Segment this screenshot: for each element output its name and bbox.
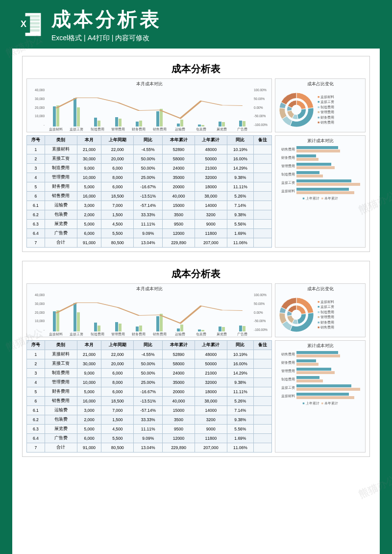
- table-header: 本年累计: [163, 341, 195, 350]
- hbar-row: 管理费用: [278, 368, 362, 375]
- table-row: 7合计91,00080,50013.04%229,890207,00011.06…: [27, 443, 272, 453]
- table-header: 同比: [134, 136, 163, 145]
- table-row: 1直接材料21,00022,000-4.55%528904800010.19%: [27, 350, 272, 359]
- table-header: 本月: [77, 341, 101, 350]
- excel-icon: X: [15, 10, 44, 39]
- table-header: 备注: [254, 136, 272, 145]
- table-row: 5财务费用5,0006,000-16.67%200001800011.11%: [27, 387, 272, 397]
- table-row: 6.3展览费5,0004,50011.11%950090005.56%: [27, 220, 272, 229]
- table-header: 序号: [27, 341, 45, 350]
- table-row: 6.2包装费2,0001,50033.33%350032009.38%: [27, 415, 272, 425]
- table-row: 6销售费用16,00018,500-13.51%40,00038,0005.26…: [27, 192, 272, 201]
- table-header: 同比: [227, 341, 253, 350]
- table-header: 序号: [27, 136, 45, 145]
- hbar-row: 管理费用: [278, 163, 362, 170]
- hbar-row: 财务费用: [278, 359, 362, 366]
- table-header: 上年同期: [101, 341, 134, 350]
- hbar-row: 直接工资: [278, 384, 362, 391]
- table-row: 4管理费用10,0008,00025.00%35000320009.38%: [27, 378, 272, 387]
- table-row: 6.3展览费5,0004,50011.11%950090005.56%: [27, 425, 272, 434]
- svg-text:X: X: [21, 19, 26, 28]
- monthly-combo-chart: 本月成本对比 40,00030,00020,00010,000- 100.00%…: [26, 78, 272, 132]
- spreadsheet-page-1: 成本分析表 本月成本对比 40,00030,00020,00010,000- 1…: [22, 56, 370, 252]
- table-row: 4管理费用10,0008,00025.00%35000320009.38%: [27, 173, 272, 182]
- cost-data-table: 序号类别本月上年同期同比本年累计上年累计同比备注1直接材料21,00022,00…: [26, 340, 272, 453]
- table-row: 1直接材料21,00022,000-4.55%528904800010.19%: [27, 145, 272, 154]
- page-subtitle: Excel格式 | A4打印 | 内容可修改: [51, 34, 162, 43]
- table-row: 6.4广告费6,0005,5009.09%12000118001.69%: [27, 229, 272, 238]
- table-row: 6销售费用16,00018,500-13.51%40,00038,0005.26…: [27, 397, 272, 406]
- hbar-row: 销售费用: [278, 351, 362, 358]
- cost-data-table: 序号类别本月上年同期同比本年累计上年累计同比备注1直接材料21,00022,00…: [26, 135, 272, 248]
- table-header: 上年累计: [195, 136, 227, 145]
- table-row: 5财务费用5,0006,000-16.67%200001800011.11%: [27, 182, 272, 192]
- sheet-title: 成本分析表: [26, 265, 366, 283]
- hbar-row: 直接材料: [278, 188, 362, 195]
- table-header: 本年累计: [163, 136, 195, 145]
- table-row: 2直接工资30,00020,00050.00%580005000016.00%: [27, 154, 272, 164]
- table-header: 同比: [227, 136, 253, 145]
- table-header: 类别: [45, 341, 77, 350]
- sheet-title: 成本分析表: [26, 60, 366, 78]
- document-pages: 成本分析表 本月成本对比 40,00030,00020,00010,000- 1…: [12, 49, 380, 554]
- cumulative-hbar-chart: 累计成本对比 销售费用财务费用管理费用制造费用直接工资直接材料 上年累计 本年累…: [275, 340, 366, 453]
- table-header: 本月: [77, 136, 101, 145]
- cumulative-hbar-chart: 累计成本对比 销售费用财务费用管理费用制造费用直接工资直接材料 上年累计 本年累…: [275, 135, 366, 248]
- hbar-row: 制造费用: [278, 376, 362, 383]
- table-header: 同比: [134, 341, 163, 350]
- cost-ratio-donut-chart: 成本占比变化 直接材料直接工资制造费用管理费用财务费用销售费用: [275, 78, 366, 132]
- hbar-row: 直接工资: [278, 179, 362, 186]
- hbar-row: 销售费用: [278, 146, 362, 153]
- table-header: 上年同期: [101, 136, 134, 145]
- spreadsheet-page-2: 成本分析表 本月成本对比 40,00030,00020,00010,000- 1…: [22, 261, 370, 457]
- hbar-row: 直接材料: [278, 393, 362, 400]
- table-row: 6.1运输费3,0007,000-57.14%15000140007.14%: [27, 201, 272, 210]
- table-row: 3制造费用9,0006,00050.00%240002100014.29%: [27, 164, 272, 173]
- table-row: 6.2包装费2,0001,50033.33%350032009.38%: [27, 210, 272, 220]
- page-title: 成本分析表: [51, 6, 162, 33]
- hbar-row: 财务费用: [278, 154, 362, 161]
- table-row: 6.1运输费3,0007,000-57.14%15000140007.14%: [27, 406, 272, 415]
- table-row: 7合计91,00080,50013.04%229,890207,00011.06…: [27, 238, 272, 248]
- table-row: 2直接工资30,00020,00050.00%580005000016.00%: [27, 359, 272, 369]
- table-header: 上年累计: [195, 341, 227, 350]
- table-row: 6.4广告费6,0005,5009.09%12000118001.69%: [27, 434, 272, 443]
- table-row: 3制造费用9,0006,00050.00%240002100014.29%: [27, 369, 272, 378]
- table-header: 备注: [254, 341, 272, 350]
- page-header: X 成本分析表 Excel格式 | A4打印 | 内容可修改: [0, 0, 392, 49]
- cost-ratio-donut-chart: 成本占比变化 直接材料直接工资制造费用管理费用财务费用销售费用: [275, 283, 366, 337]
- monthly-combo-chart: 本月成本对比 40,00030,00020,00010,000- 100.00%…: [26, 283, 272, 337]
- hbar-row: 制造费用: [278, 171, 362, 178]
- table-header: 类别: [45, 136, 77, 145]
